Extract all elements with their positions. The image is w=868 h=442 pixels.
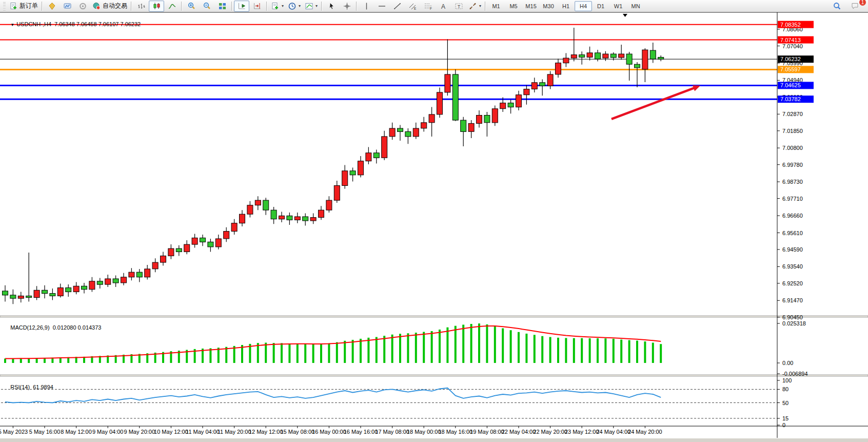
svg-text:16 May 00:00: 16 May 00:00 <box>312 429 346 435</box>
auto-scroll-icon <box>238 2 246 10</box>
svg-text:0.025318: 0.025318 <box>782 320 806 326</box>
timeframe-mn-button[interactable]: MN <box>627 1 644 11</box>
svg-text:6.93540: 6.93540 <box>782 263 803 270</box>
timeframe-m15-button[interactable]: M15 <box>522 1 540 11</box>
zoom-out-button[interactable] <box>199 1 214 12</box>
timeframe-m30-button[interactable]: M30 <box>540 1 557 11</box>
chart-window[interactable]: 7.080607.070407.059907.049407.039207.028… <box>0 12 868 442</box>
toolbar-separator <box>485 2 486 11</box>
chart-canvas[interactable]: 7.080607.070407.059907.049407.039207.028… <box>0 12 868 442</box>
trendline-icon <box>393 2 402 10</box>
svg-text:9 May 04:00: 9 May 04:00 <box>92 429 124 435</box>
arrows-tool-button[interactable]: ▾ <box>466 1 483 12</box>
dropdown-arrow-icon[interactable]: ▾ <box>282 4 284 8</box>
svg-text:6.91470: 6.91470 <box>782 297 803 303</box>
svg-text:15 May 08:00: 15 May 08:00 <box>280 429 314 435</box>
cursor-button[interactable] <box>324 1 339 12</box>
search-button[interactable] <box>829 1 844 12</box>
macd-name: MACD(12,26,9) <box>10 324 49 331</box>
chart-menu-arrow-icon[interactable]: ▼ <box>10 23 14 27</box>
cursor-icon <box>327 2 336 10</box>
vertical-line-button[interactable] <box>359 1 374 12</box>
signals-button[interactable] <box>75 1 90 12</box>
svg-text:A: A <box>441 3 445 10</box>
text-tool-button[interactable]: A <box>436 1 451 12</box>
timeframe-w1-button[interactable]: W1 <box>609 1 627 11</box>
dropdown-arrow-icon[interactable]: ▾ <box>479 4 481 8</box>
svg-text:7.05597: 7.05597 <box>780 66 801 72</box>
chart-window-button[interactable] <box>44 1 60 12</box>
svg-text:6.94590: 6.94590 <box>782 246 803 253</box>
svg-text:22 May 04:00: 22 May 04:00 <box>502 429 536 435</box>
text-label-button[interactable]: T <box>451 1 466 12</box>
svg-text:22 May 20:00: 22 May 20:00 <box>533 429 567 435</box>
svg-text:6.92520: 6.92520 <box>782 280 803 286</box>
candlestick-icon <box>152 2 161 10</box>
svg-text:6.99780: 6.99780 <box>782 162 803 168</box>
timeframe-m5-button[interactable]: M5 <box>505 1 522 11</box>
svg-text:-0.006894: -0.006894 <box>782 371 808 377</box>
notification-badge: 1 <box>859 0 866 6</box>
svg-text:5 May 16:00: 5 May 16:00 <box>29 429 61 435</box>
svg-text:0: 0 <box>782 422 785 428</box>
auto-trading-button[interactable]: 自动交易 <box>90 1 129 12</box>
fibonacci-button[interactable]: F <box>420 1 436 12</box>
chart-shift-button[interactable] <box>249 1 265 12</box>
svg-text:16 May 16:00: 16 May 16:00 <box>344 429 378 435</box>
arrows-icon <box>468 2 477 10</box>
svg-text:7.07413: 7.07413 <box>780 37 801 43</box>
chat-icon <box>851 2 860 10</box>
trendline-button[interactable] <box>389 1 405 12</box>
chart-symbol-period: USDCNH-,H4 <box>16 21 51 27</box>
toolbar-separator <box>356 2 357 11</box>
crosshair-button[interactable] <box>339 1 354 12</box>
svg-text:19 May 08:00: 19 May 08:00 <box>470 429 504 435</box>
timeframe-h4-button[interactable]: H4 <box>575 1 592 11</box>
svg-text:24 May 20:00: 24 May 20:00 <box>628 429 662 435</box>
horizontal-line-icon <box>378 2 386 10</box>
svg-text:11 May 04:00: 11 May 04:00 <box>186 429 220 435</box>
timeframe-h1-button[interactable]: H1 <box>557 1 575 11</box>
new-order-button[interactable]: 新订单 <box>7 1 40 12</box>
chart-ohlc-values: 7.06348 7.06458 7.06107 7.06232 <box>54 21 141 27</box>
search-icon <box>833 2 841 10</box>
horizontal-line-button[interactable] <box>374 1 389 12</box>
notifications-button[interactable]: 1 <box>847 1 863 12</box>
dropdown-arrow-icon[interactable]: ▾ <box>299 4 301 8</box>
text-label-icon: T <box>455 2 463 10</box>
channel-icon: E <box>408 2 417 10</box>
chart-shift-icon <box>253 2 262 10</box>
zoom-in-icon <box>187 2 196 10</box>
zoom-in-button[interactable] <box>184 1 199 12</box>
candlestick-mode-button[interactable] <box>149 1 164 12</box>
line-chart-mode-button[interactable] <box>164 1 180 12</box>
svg-text:9 May 20:00: 9 May 20:00 <box>124 429 155 435</box>
gold-diamond-icon <box>48 2 56 10</box>
toolbar-separator <box>181 2 182 11</box>
toolbar-separator <box>42 2 43 11</box>
bar-chart-mode-button[interactable] <box>133 1 149 12</box>
indicators-button[interactable]: ▾ <box>303 1 320 12</box>
rsi-indicator-label: RSI(14)61.9894 <box>4 378 56 396</box>
template-icon <box>271 2 280 10</box>
tile-windows-button[interactable] <box>214 1 230 12</box>
toolbar-drag-handle[interactable] <box>3 2 6 10</box>
line-chart-icon <box>168 2 176 10</box>
chart-title: ▼USDCNH-,H47.06348 7.06458 7.06107 7.062… <box>4 15 144 33</box>
auto-scroll-button[interactable] <box>234 1 249 12</box>
svg-text:18 May 16:00: 18 May 16:00 <box>438 429 472 435</box>
timeframe-m1-button[interactable]: M1 <box>487 1 505 11</box>
toolbar-separator <box>231 2 232 11</box>
periods-button[interactable]: ▾ <box>286 1 303 12</box>
dropdown-arrow-icon[interactable]: ▾ <box>315 4 318 8</box>
fibonacci-icon: F <box>424 2 432 10</box>
equidistant-channel-button[interactable]: E <box>405 1 420 12</box>
svg-text:80: 80 <box>782 386 788 392</box>
bar-chart-icon <box>137 2 146 10</box>
publish-chart-button[interactable] <box>60 1 75 12</box>
svg-text:15: 15 <box>782 415 788 421</box>
svg-text:7.06232: 7.06232 <box>780 56 801 62</box>
new-template-button[interactable]: ▾ <box>269 1 286 12</box>
svg-text:7.03782: 7.03782 <box>780 96 801 102</box>
timeframe-d1-button[interactable]: D1 <box>592 1 609 11</box>
